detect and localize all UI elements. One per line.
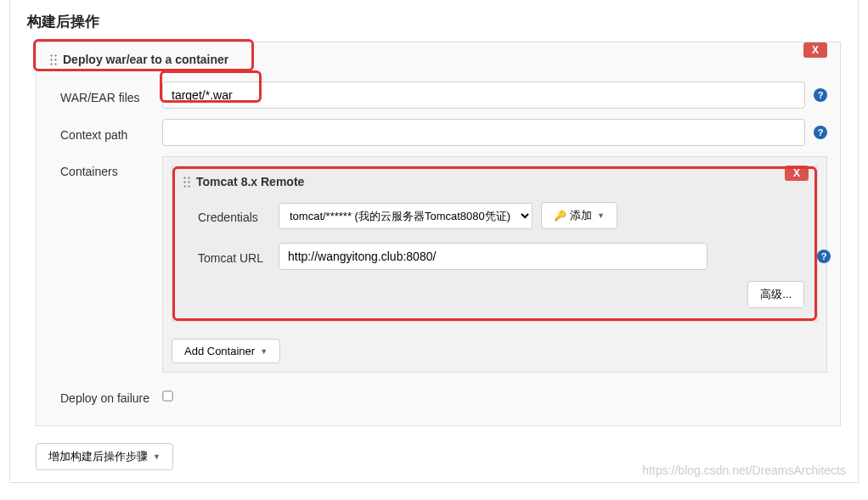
containers-row: Containers X Tomcat 8.x Remote Credentia…	[37, 149, 840, 376]
deploy-block: X Deploy war/ear to a container WAR/EAR …	[36, 42, 841, 426]
context-path-label: Context path	[60, 123, 162, 142]
war-files-row: WAR/EAR files ?	[37, 75, 840, 112]
advanced-button[interactable]: 高级...	[747, 281, 804, 308]
help-icon[interactable]: ?	[814, 88, 827, 102]
deploy-on-failure-checkbox[interactable]	[162, 390, 172, 401]
tomcat-header-text: Tomcat 8.x Remote	[196, 175, 304, 188]
chevron-down-icon: ▼	[260, 347, 268, 356]
add-container-button[interactable]: Add Container ▼	[172, 339, 280, 363]
help-icon[interactable]: ?	[817, 250, 831, 263]
credentials-row: Credentials tomcat/****** (我的云服务器Tomcat8…	[172, 195, 817, 236]
tomcat-url-row: Tomcat URL	[172, 236, 817, 277]
credentials-select[interactable]: tomcat/****** (我的云服务器Tomcat8080凭证)	[279, 203, 533, 229]
context-path-row: Context path ?	[37, 112, 840, 149]
add-container-label: Add Container	[184, 345, 255, 357]
deploy-on-failure-row: Deploy on failure	[37, 376, 840, 408]
post-build-section: 构建后操作 X Deploy war/ear to a container WA…	[9, 0, 859, 483]
drag-handle-icon[interactable]	[49, 53, 58, 65]
add-credentials-button[interactable]: 🔑 添加 ▼	[541, 202, 617, 229]
section-title: 构建后操作	[10, 0, 858, 42]
war-files-input[interactable]	[162, 81, 805, 109]
context-path-input[interactable]	[162, 119, 805, 146]
deploy-on-failure-label: Deploy on failure	[60, 386, 162, 405]
war-files-label: WAR/EAR files	[60, 86, 162, 104]
add-credentials-label: 添加	[570, 208, 592, 223]
add-post-build-step-label: 增加构建后操作步骤	[48, 449, 148, 464]
key-icon: 🔑	[554, 210, 566, 222]
containers-label: Containers	[60, 156, 162, 178]
tomcat-header[interactable]: Tomcat 8.x Remote	[172, 166, 817, 195]
chevron-down-icon: ▼	[597, 211, 605, 220]
add-post-build-step-button[interactable]: 增加构建后操作步骤 ▼	[36, 443, 173, 470]
credentials-label: Credentials	[198, 207, 279, 224]
deploy-block-header[interactable]: Deploy war/ear to a container	[37, 42, 840, 75]
deploy-header-text: Deploy war/ear to a container	[63, 53, 228, 66]
tomcat-url-label: Tomcat URL	[198, 248, 279, 265]
containers-area: X Tomcat 8.x Remote Credentials tomcat/*…	[162, 156, 827, 373]
help-icon[interactable]: ?	[814, 126, 827, 139]
drag-handle-icon[interactable]	[183, 176, 191, 188]
tomcat-block: X Tomcat 8.x Remote Credentials tomcat/*…	[172, 166, 818, 322]
footer-row: 增加构建后操作步骤 ▼	[10, 435, 858, 482]
tomcat-url-input[interactable]	[279, 243, 707, 270]
chevron-down-icon: ▼	[153, 452, 161, 461]
